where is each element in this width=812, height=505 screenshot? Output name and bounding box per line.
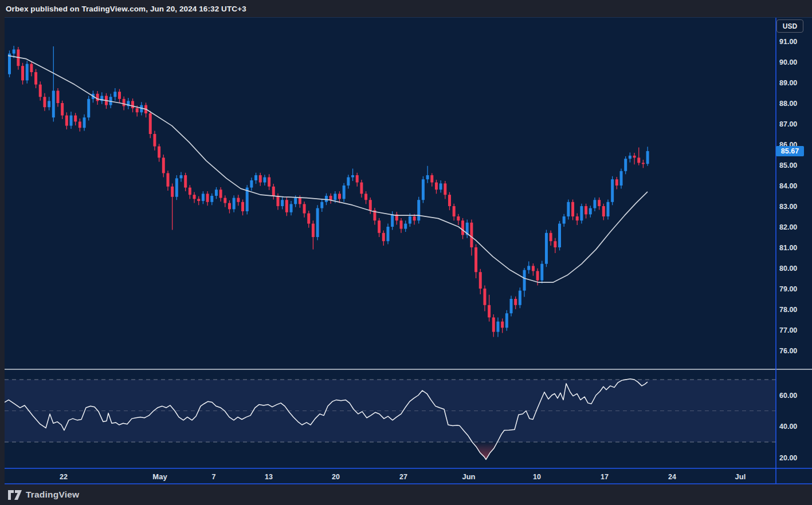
candle-body (589, 208, 592, 215)
candle-body (633, 156, 636, 158)
rsi-axis[interactable]: 60.0040.0020.00 (779, 392, 797, 462)
candle-body (563, 216, 566, 224)
candle-body (219, 190, 222, 198)
candle-body (519, 291, 521, 305)
candle-body (131, 101, 134, 108)
last-price-value: 85.67 (781, 147, 799, 155)
candle-body (550, 233, 552, 241)
price-tick-label: 84.00 (779, 182, 797, 190)
candle-body (598, 200, 601, 206)
price-axis[interactable]: 91.0090.0089.0088.0087.0086.0085.0084.00… (779, 38, 797, 355)
candle-body (171, 187, 174, 197)
candle-body (620, 171, 623, 186)
candle-body (123, 99, 125, 106)
chart-area[interactable]: 91.0090.0089.0088.0087.0086.0085.0084.00… (5, 17, 812, 484)
candle-body (615, 179, 618, 186)
moving-average-line (8, 56, 648, 282)
candle-body (351, 175, 354, 177)
candle-body (470, 223, 473, 247)
candle-body (79, 121, 81, 128)
price-tick-label: 78.00 (779, 306, 797, 314)
candle-body (453, 206, 456, 216)
candle-body (611, 179, 614, 202)
candle-body (193, 195, 196, 199)
price-tick-label: 90.00 (779, 58, 797, 66)
candle-body (378, 220, 380, 233)
candle-body (8, 54, 11, 74)
rsi-tick-label: 40.00 (779, 423, 797, 431)
tradingview-logo[interactable]: TradingView (8, 490, 79, 500)
time-axis[interactable]: 22May7132027Jun101724Jul (60, 472, 746, 481)
candle-body (514, 299, 517, 305)
candle-body (281, 200, 284, 206)
price-tick-label: 79.00 (779, 285, 797, 293)
candle-body (43, 97, 46, 107)
candle-body (593, 200, 596, 208)
candle-body (479, 272, 482, 289)
candle-body (285, 200, 288, 212)
candle-body (417, 200, 420, 220)
candle-body (474, 247, 477, 272)
price-tick-label: 87.00 (779, 120, 797, 128)
candle-body (136, 108, 139, 112)
candle-body (250, 180, 253, 188)
candle-body (536, 271, 539, 280)
chart-canvas[interactable]: 91.0090.0089.0088.0087.0086.0085.0084.00… (5, 18, 812, 484)
candle-body (175, 178, 178, 196)
candle-body (496, 322, 499, 332)
time-tick-label: 27 (399, 473, 407, 481)
candle-body (241, 202, 244, 211)
candle-body (444, 183, 446, 195)
candle-body (343, 186, 346, 199)
currency-toggle-button[interactable]: USD (776, 19, 803, 33)
tradingview-logo-text: TradingView (26, 490, 79, 500)
candle-body (254, 175, 257, 180)
candle-body (404, 224, 407, 229)
candle-body (576, 216, 579, 220)
candle-body (501, 322, 504, 328)
footer-bar: TradingView (0, 484, 812, 505)
currency-label: USD (783, 22, 797, 30)
candle-body (430, 175, 433, 183)
time-tick-label: 10 (533, 473, 541, 481)
candle-body (527, 266, 530, 270)
candle-body (13, 49, 15, 53)
candle-body (180, 175, 183, 178)
candle-body (457, 216, 460, 220)
candle-body (30, 64, 33, 72)
candle-body (162, 157, 165, 173)
candle-body (272, 187, 275, 196)
candle-body (316, 208, 319, 237)
candle-body (606, 202, 609, 216)
candle-body (585, 206, 587, 214)
last-price-badge: 85.67 (776, 146, 804, 156)
candle-body (448, 195, 451, 206)
candle-body (26, 64, 29, 81)
candle-body (567, 202, 570, 216)
candle-body (307, 214, 310, 224)
time-tick-label: Jun (462, 472, 475, 481)
time-tick-label: Jul (735, 472, 746, 481)
price-tick-label: 89.00 (779, 79, 797, 87)
candle-body (52, 90, 55, 117)
price-tick-label: 82.00 (779, 223, 797, 231)
candle-body (113, 92, 116, 97)
candle-body (39, 85, 42, 97)
candle-body (70, 116, 73, 126)
candle-body (413, 216, 416, 220)
candle-body (233, 198, 236, 210)
candle-body (505, 313, 508, 328)
price-tick-label: 88.00 (779, 100, 797, 108)
candle-body (290, 204, 293, 212)
candle-body (158, 147, 160, 158)
price-tick-label: 85.00 (779, 161, 797, 169)
candle-body (532, 266, 535, 271)
candle-body (87, 99, 90, 117)
candle-body (329, 196, 332, 200)
candle-body (386, 227, 389, 241)
candle-body (206, 194, 209, 202)
candle-body (629, 156, 631, 159)
candle-body (440, 183, 442, 190)
candle-body (523, 270, 526, 291)
candle-body (96, 94, 99, 101)
